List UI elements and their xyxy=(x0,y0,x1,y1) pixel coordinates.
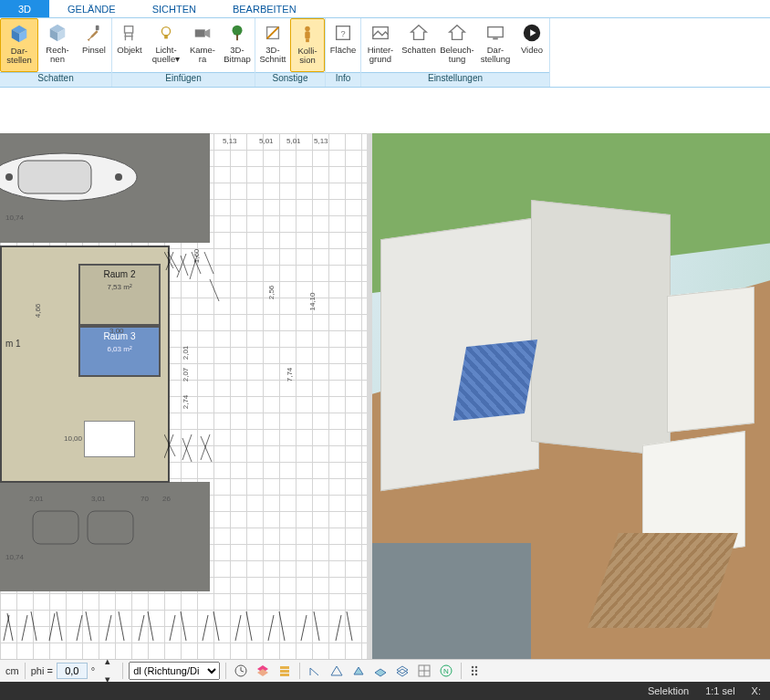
view-3d[interactable] xyxy=(372,133,770,659)
btn-kollision[interactable]: Kolli- sion xyxy=(290,18,325,72)
play-icon xyxy=(521,22,543,44)
svg-line-66 xyxy=(181,611,186,641)
group-info: ? Fläche Info xyxy=(326,18,361,87)
dim: 3,01 xyxy=(91,495,106,503)
svg-rect-6 xyxy=(96,26,99,31)
svg-marker-86 xyxy=(354,667,363,674)
room-area: 7,53 m² xyxy=(80,279,159,291)
tab-bearbeiten[interactable]: BEARBEITEN xyxy=(214,0,315,17)
dim: 2,01 xyxy=(29,495,44,503)
svg-line-74 xyxy=(314,611,319,641)
layers-icon[interactable] xyxy=(254,662,272,680)
svg-rect-33 xyxy=(18,161,91,193)
phi-up-icon[interactable]: ▴ xyxy=(99,653,117,671)
phi-label: phi = xyxy=(31,665,53,676)
svg-line-63 xyxy=(139,615,144,641)
svg-point-11 xyxy=(161,27,170,36)
camera-icon xyxy=(192,22,213,44)
wall xyxy=(531,200,671,456)
dim: 70 xyxy=(140,495,149,503)
view-2d[interactable]: 5,13 5,01 5,01 5,13 10,74 Raum 2 7,53 m²… xyxy=(0,133,367,659)
status-x: X: xyxy=(752,685,761,696)
btn-objekt[interactable]: Objekt xyxy=(112,18,147,72)
btn-darstellung[interactable]: Dar- stellung xyxy=(476,18,515,72)
svg-line-44 xyxy=(190,256,197,279)
n-icon[interactable]: N xyxy=(437,662,455,680)
svg-point-34 xyxy=(5,173,13,181)
angle-icon[interactable] xyxy=(306,662,324,680)
svg-marker-89 xyxy=(397,666,408,674)
svg-rect-12 xyxy=(164,36,168,39)
btn-label: Pinsel xyxy=(82,46,106,55)
btn-label: Dar- stellen xyxy=(6,47,31,65)
tab-gelaende[interactable]: GELÄNDE xyxy=(49,0,134,17)
bottom-toolbar: cm phi = ° ▴ ▾ dl (Richtung/Di N xyxy=(0,659,770,682)
edge-icon[interactable] xyxy=(328,662,346,680)
btn-label: Hinter- grund xyxy=(368,46,394,64)
svg-text:?: ? xyxy=(340,29,345,38)
btn-beleuchtung[interactable]: Beleuch- tung xyxy=(438,18,476,72)
dim: 26 xyxy=(162,495,171,503)
house-icon xyxy=(408,22,430,44)
direction-select[interactable]: dl (Richtung/Di xyxy=(129,662,220,680)
btn-hintergrund[interactable]: Hinter- grund xyxy=(361,18,400,72)
clock-icon[interactable] xyxy=(232,662,250,680)
svg-line-50 xyxy=(182,434,192,460)
face-icon[interactable] xyxy=(349,662,368,680)
btn-label: Rech- nen xyxy=(46,46,68,64)
dim: 5,13 xyxy=(314,137,328,145)
svg-line-79 xyxy=(241,671,244,672)
btn-label: 3D- Schnitt xyxy=(259,46,286,64)
slab-icon[interactable] xyxy=(371,662,390,680)
phi-input[interactable] xyxy=(57,663,88,679)
btn-schatten[interactable]: Schatten xyxy=(400,18,438,72)
svg-line-46 xyxy=(210,279,219,301)
btn-lichtquelle[interactable]: Licht- quelle▾ xyxy=(147,18,185,72)
svg-line-70 xyxy=(246,611,252,641)
deg-label: ° xyxy=(91,665,95,676)
btn-darstellen[interactable]: Dar- stellen xyxy=(0,18,38,72)
svg-line-73 xyxy=(301,615,307,641)
svg-rect-7 xyxy=(125,26,133,33)
dots-icon[interactable] xyxy=(467,662,485,680)
svg-line-56 xyxy=(31,611,36,641)
svg-marker-87 xyxy=(375,669,386,676)
btn-kamera[interactable]: Kame- ra xyxy=(185,18,220,72)
car-top xyxy=(0,141,146,214)
dim: 5,01 xyxy=(286,137,301,145)
section-icon xyxy=(262,22,284,44)
svg-line-55 xyxy=(22,615,27,641)
svg-point-15 xyxy=(233,26,243,36)
svg-line-59 xyxy=(77,615,82,641)
btn-rechnen[interactable]: Rech- nen xyxy=(38,18,77,72)
room-name: m 1 xyxy=(5,339,21,349)
status-bar: Selektion 1:1 sel X: xyxy=(0,682,770,700)
dim: 14,10 xyxy=(308,292,317,310)
btn-label: Fläche xyxy=(330,46,357,55)
btn-flaeche[interactable]: ? Fläche xyxy=(326,18,360,72)
room-2: Raum 2 7,53 m² xyxy=(78,264,161,326)
status-selektion: Selektion xyxy=(648,685,689,696)
svg-line-54 xyxy=(7,613,13,641)
svg-line-65 xyxy=(170,615,175,641)
svg-rect-16 xyxy=(236,35,238,40)
tab-3d[interactable]: 3D xyxy=(0,0,49,17)
group-sonstige: 3D- Schnitt Kolli- sion Sonstige xyxy=(255,18,326,87)
btn-label: Kolli- sion xyxy=(297,47,317,65)
tab-sichten[interactable]: SICHTEN xyxy=(134,0,214,17)
dim: 5,13 xyxy=(223,137,237,145)
roof-icon[interactable] xyxy=(393,662,411,680)
btn-video[interactable]: Video xyxy=(515,18,549,72)
person-icon xyxy=(297,23,318,45)
svg-line-62 xyxy=(119,611,124,641)
svg-point-100 xyxy=(475,674,477,675)
btn-3dschnitt[interactable]: 3D- Schnitt xyxy=(255,18,290,72)
btn-pinsel[interactable]: Pinsel xyxy=(77,18,111,72)
dim: 7,74 xyxy=(286,368,294,382)
btn-3dbitmap[interactable]: 3D- Bitmap xyxy=(220,18,255,72)
grid-icon[interactable] xyxy=(415,662,433,680)
stack-icon[interactable] xyxy=(276,662,294,680)
svg-marker-26 xyxy=(411,26,427,40)
dim: 10,74 xyxy=(5,214,24,222)
dim: 3,00 xyxy=(109,327,124,335)
